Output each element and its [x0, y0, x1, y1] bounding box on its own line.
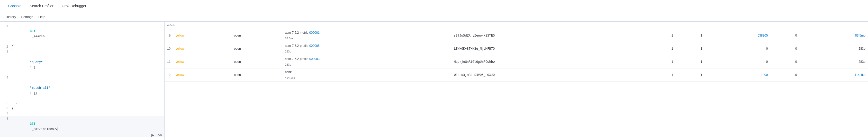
tab-search-profiler[interactable]: Search Profiler: [26, 0, 58, 12]
key-match-all: "match_all": [30, 86, 50, 90]
row-health-10: yellow: [173, 42, 231, 55]
indent-4: |: [30, 81, 41, 85]
copy-as-curl-icon[interactable]: [157, 133, 162, 138]
row-status-10: open: [231, 42, 282, 55]
row-num-10: 10: [164, 42, 173, 55]
url-text: _search: [30, 35, 45, 38]
editor-line-1: 1 GET _search: [0, 24, 164, 44]
tab-search-profiler-label: Search Profiler: [30, 4, 54, 8]
row-status-9: open: [231, 29, 282, 42]
row-num-9: 9: [164, 29, 173, 42]
row-uuid-9: sSlJw5dZR_yZeee-KESYEQ: [451, 29, 647, 42]
row-status-12: open: [231, 68, 282, 82]
tab-console[interactable]: Console: [4, 0, 26, 12]
history-button[interactable]: History: [4, 15, 18, 19]
line-content-6: }: [11, 106, 162, 111]
row-name-text-11: apm-7.6.2-profile-000003: [285, 57, 319, 61]
indent-3: [30, 55, 33, 59]
settings-button[interactable]: Settings: [20, 15, 35, 19]
row-rep-12: 1: [676, 68, 705, 82]
main-content: 1 GET _search 2 { 3 "query" : {: [0, 22, 868, 140]
secondary-toolbar: History Settings Help: [0, 12, 868, 22]
row-store-9: 83.5mb: [800, 29, 868, 42]
row-size-sub-12: 414.1kb: [285, 75, 448, 80]
editor-line-5: 5 }: [0, 101, 164, 106]
help-button[interactable]: Help: [37, 15, 47, 19]
editor-line-6: 6 }: [0, 106, 164, 111]
row-pri-12: 1: [647, 68, 676, 82]
line-content-4: | "match_all" : {}: [11, 75, 162, 101]
tab-grok-debugger[interactable]: Grok Debugger: [58, 0, 91, 12]
editor-area[interactable]: 1 GET _search 2 { 3 "query" : {: [0, 22, 164, 140]
row-health-12: yellow: [173, 68, 231, 82]
row-del-10: 0: [770, 42, 799, 55]
method-keyword: GET: [30, 30, 35, 33]
row-docs-10: 0: [705, 42, 771, 55]
table-row: 11 yellow open apm-7.6.2-profile-000003 …: [164, 55, 868, 68]
truncated-label: 4.0mb: [167, 24, 175, 27]
row-name-10: apm-7.6.2-profile-000005 283b: [282, 42, 451, 55]
line-content-2: {: [11, 44, 162, 49]
row-del-11: 0: [770, 55, 799, 68]
row-pri-10: 1: [647, 42, 676, 55]
colon-3: : {: [30, 66, 35, 69]
editor-line-2: 2 {: [0, 44, 164, 49]
row-store-12: 414.1kb: [800, 68, 868, 82]
row-status-11: open: [231, 55, 282, 68]
tab-grok-debugger-label: Grok Debugger: [62, 4, 86, 8]
row-rep-10: 1: [676, 42, 705, 55]
row-name-text-9: apm-7.6.2-metric-000001: [285, 31, 319, 34]
url-text-8: _cat/indices?v: [30, 128, 58, 131]
results-table: 4.0mb 9 yellow open apm-7.6.2-metric-000…: [164, 22, 868, 82]
row-size-sub-11: 283b: [285, 62, 448, 67]
row-del-9: 0: [770, 29, 799, 42]
editor-pane[interactable]: 1 GET _search 2 { 3 "query" : {: [0, 22, 164, 140]
row-rep-9: 1: [676, 29, 705, 42]
line-number-7: 7: [2, 111, 8, 116]
line-number-2: 2: [2, 44, 8, 49]
row-docs-9: 638305: [705, 29, 771, 42]
row-name-text-10: apm-7.6.2-profile-000005: [285, 44, 319, 48]
line-content-5: }: [11, 101, 162, 106]
row-uuid-10: LEWxOKv8THK2u_NjLMFB7Q: [451, 42, 647, 55]
editor-line-3: 3 "query" : {: [0, 49, 164, 75]
row-health-9: yellow: [173, 29, 231, 42]
tab-console-label: Console: [8, 4, 21, 8]
row-pri-9: 1: [647, 29, 676, 42]
row-name-11: apm-7.6.2-profile-000003 283b: [282, 55, 451, 68]
line-number-5: 5: [2, 101, 8, 106]
table-row: 9 yellow open apm-7.6.2-metric-000001 83…: [164, 29, 868, 42]
key-query: "query": [30, 60, 43, 64]
row-size-sub-9: 83.5mb: [285, 36, 448, 41]
line-content-3: "query" : {: [11, 49, 162, 75]
svg-marker-0: [151, 134, 154, 137]
line-number-3: 3: [2, 49, 8, 55]
row-name-9: apm-7.6.2-metric-000001 83.5mb: [282, 29, 451, 42]
row-rep-11: 1: [676, 55, 705, 68]
row-pri-11: 1: [647, 55, 676, 68]
editor-line-8: 8 GET _cat/indices?v: [0, 116, 164, 137]
row-num-12: 12: [164, 68, 173, 82]
row-store-10: 283b: [800, 42, 868, 55]
row-docs-11: 0: [705, 55, 771, 68]
table-row: 12 yellow open bank 414.1kb W1oLu3jmRz-S…: [164, 68, 868, 82]
line-number-1: 1: [2, 24, 8, 29]
editor-line-7: 7: [0, 111, 164, 116]
run-icon[interactable]: [150, 133, 155, 138]
line-content-1: GET _search: [11, 24, 162, 44]
editor-line-4: 4 | "match_all" : {}: [0, 75, 164, 101]
row-del-12: 0: [770, 68, 799, 82]
row-health-11: yellow: [173, 55, 231, 68]
line-number-8: 8: [2, 116, 8, 121]
line-content-8: GET _cat/indices?v: [11, 116, 162, 137]
row-docs-12: 1000: [705, 68, 771, 82]
line-number-4: 4: [2, 75, 8, 80]
row-uuid-12: W1oLu3jmRz-S4VQ5_-QXJQ: [451, 68, 647, 82]
row-name-12: bank 414.1kb: [282, 68, 451, 82]
editor-actions: [150, 133, 162, 138]
line-content-7: [11, 111, 162, 116]
row-store-11: 283b: [800, 55, 868, 68]
cursor: [58, 128, 58, 131]
results-pane: 4.0mb 9 yellow open apm-7.6.2-metric-000…: [164, 22, 868, 140]
line-number-6: 6: [2, 106, 8, 111]
